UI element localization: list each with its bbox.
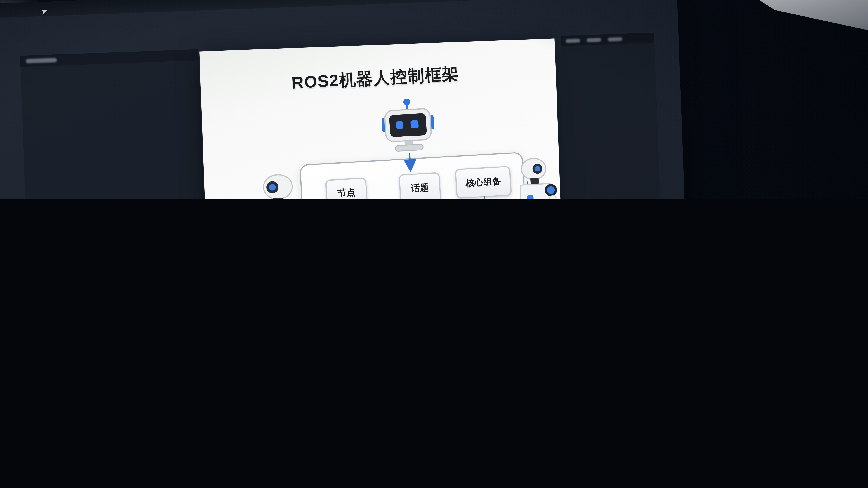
menu-bar xyxy=(0,0,677,18)
node-box-huati-top[interactable]: 话题 xyxy=(399,172,441,199)
node-box-hexin-top[interactable]: 核心组备 xyxy=(455,166,512,199)
screenshot-root: { "promo": { "headline": "全面适配ROS2，开发效率翻… xyxy=(0,0,868,199)
object-tree-panel xyxy=(20,49,211,199)
attributes-panel xyxy=(561,33,666,199)
attributes-header xyxy=(561,33,654,46)
object-tree-header xyxy=(20,49,199,67)
diagram-title: ROS2机器人控制框架 xyxy=(199,57,553,100)
node-box-jiedian[interactable]: 节点 xyxy=(325,177,368,199)
app-window: ➤ ROS2机器人控制框架 节点 xyxy=(0,0,695,199)
screen-edge-highlight xyxy=(735,0,868,39)
mascot-robot-icon xyxy=(376,95,440,159)
left-tool-strip xyxy=(0,56,18,57)
viewport-canvas[interactable]: ROS2机器人控制框架 节点 话题 核心组备 我的 话题 服务 xyxy=(199,38,567,199)
ros2-diagram: ROS2机器人控制框架 节点 话题 核心组备 我的 话题 服务 xyxy=(199,38,567,199)
